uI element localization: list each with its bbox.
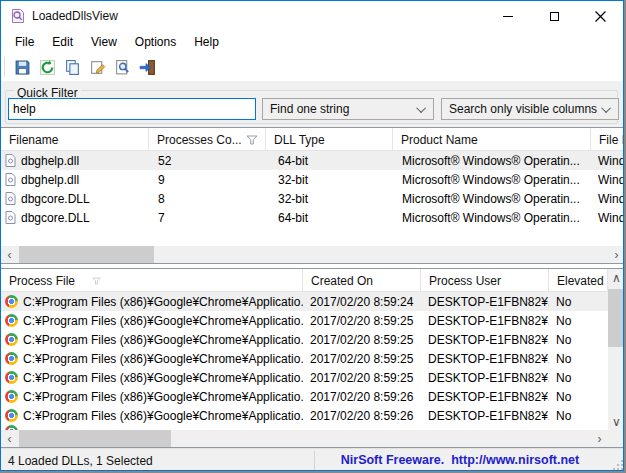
table-row[interactable]: C:¥Program Files (x86)¥Google¥Chrome¥App…: [1, 311, 608, 330]
chrome-icon: [5, 390, 18, 403]
upper-horizontal-scrollbar[interactable]: ‹ ›: [1, 246, 624, 263]
maximize-button[interactable]: [531, 1, 577, 31]
cell-process-file: C:¥Program Files (x86)¥Google¥Chrome¥App…: [23, 314, 303, 328]
table-row[interactable]: dbghelp.dll 52 64-bit Microsoft® Windows…: [1, 151, 624, 170]
cell-elevated: No: [549, 330, 608, 349]
cell-process-file: C:¥Program Files (x86)¥Google¥Chrome¥App…: [23, 333, 303, 347]
cell-elevated: No: [549, 349, 608, 368]
cell-process-file: C:¥Program Files (x86)¥Google¥Chrome¥App…: [23, 352, 303, 366]
table-row[interactable]: C:¥Program Files (x86)¥Google¥Chrome¥App…: [1, 387, 608, 406]
dll-file-icon: [5, 154, 16, 167]
cell-file-description: Windo: [591, 151, 624, 170]
scroll-left-icon[interactable]: ‹: [1, 246, 18, 263]
dll-file-icon: [5, 211, 16, 224]
scroll-right-icon[interactable]: ›: [608, 246, 624, 263]
cell-process-file: C:¥Program Files (x86)¥Google¥Chrome¥App…: [23, 371, 303, 385]
menu-bar: File Edit View Options Help: [1, 31, 623, 53]
app-icon: [10, 8, 26, 24]
cell-processes-count: 9: [149, 170, 266, 189]
scroll-left-icon[interactable]: ‹: [1, 430, 18, 447]
quick-filter-area: Quick Filter Find one string Search only…: [1, 81, 623, 127]
close-button[interactable]: [577, 1, 623, 31]
column-header-processes-count[interactable]: Processes Co...: [149, 128, 266, 150]
column-header-process-user[interactable]: Process User: [421, 269, 549, 291]
exit-button[interactable]: [135, 55, 160, 79]
maximize-icon: [550, 12, 559, 21]
scrollbar-thumb[interactable]: [608, 289, 624, 347]
menu-edit[interactable]: Edit: [43, 32, 82, 52]
filter-input[interactable]: [8, 98, 256, 120]
scroll-right-icon[interactable]: ›: [591, 430, 608, 447]
cell-dll-type: 32-bit: [266, 189, 393, 208]
save-button[interactable]: [10, 55, 35, 79]
cell-created-on: 2017/02/20 8:59:24: [303, 292, 421, 311]
column-header-elevated[interactable]: Elevated: [549, 269, 608, 291]
column-header-filename[interactable]: Filename: [1, 128, 149, 150]
cell-elevated: No: [549, 368, 608, 387]
chrome-icon: [5, 352, 18, 365]
sort-funnel-icon: [92, 277, 101, 285]
find-button[interactable]: [110, 55, 135, 79]
menu-help[interactable]: Help: [185, 32, 228, 52]
dll-file-icon: [5, 173, 16, 186]
window-title: LoadedDllsView: [32, 9, 118, 23]
table-row[interactable]: dbgcore.DLL 8 32-bit Microsoft® Windows®…: [1, 189, 624, 208]
status-count: 4 Loaded DLLs, 1 Selected: [8, 454, 153, 468]
toolbar-separator: [4, 57, 5, 77]
menu-options[interactable]: Options: [126, 32, 185, 52]
copy-button[interactable]: [60, 55, 85, 79]
dll-rows: dbghelp.dll 52 64-bit Microsoft® Windows…: [1, 151, 624, 246]
find-icon: [114, 59, 131, 76]
scrollbar-thumb[interactable]: [19, 430, 171, 447]
refresh-button[interactable]: [35, 55, 60, 79]
table-row[interactable]: C:¥Program Files (x86)¥Google¥Chrome¥App…: [1, 292, 608, 311]
scrollbar-corner: [608, 430, 624, 447]
save-icon: [14, 59, 31, 76]
process-list-header: Process File Created On Process User Ele…: [1, 269, 608, 292]
lower-vertical-scrollbar[interactable]: ∧ ∨: [608, 269, 624, 430]
cell-product-name: Microsoft® Windows® Operatin...: [393, 151, 591, 170]
cell-elevated: No: [549, 406, 608, 425]
window-controls: [485, 1, 623, 31]
column-header-dll-type[interactable]: DLL Type: [266, 128, 393, 150]
cell-filename: dbgcore.DLL: [21, 192, 90, 206]
chrome-icon: [5, 333, 18, 346]
chevron-down-icon: [601, 103, 611, 113]
table-row[interactable]: C:¥Program Files (x86)¥Google¥Chrome¥App…: [1, 330, 608, 349]
scroll-up-icon[interactable]: ∧: [608, 269, 624, 286]
scroll-down-icon[interactable]: ∨: [608, 413, 624, 430]
cell-created-on: 2017/02/20 8:59:26: [303, 406, 421, 425]
menu-view[interactable]: View: [82, 32, 126, 52]
column-header-file-description[interactable]: File D: [591, 128, 624, 150]
app-window: LoadedDllsView File Edit View Options He…: [0, 0, 624, 471]
dll-file-icon: [5, 192, 16, 205]
cell-elevated: No: [549, 311, 608, 330]
table-row[interactable]: C:¥Program Files (x86)¥Google¥Chrome¥App…: [1, 406, 608, 425]
scrollbar-thumb[interactable]: [19, 246, 154, 263]
find-mode-dropdown[interactable]: Find one string: [262, 98, 434, 120]
cell-process-file: C:¥Program Files (x86)¥Google¥Chrome¥App…: [23, 409, 303, 423]
table-row[interactable]: C:¥Program Files (x86)¥Google¥Chrome¥App…: [1, 368, 608, 387]
column-header-created-on[interactable]: Created On: [303, 269, 421, 291]
menu-file[interactable]: File: [6, 32, 43, 52]
refresh-icon: [39, 59, 56, 76]
minimize-button[interactable]: [485, 1, 531, 31]
cell-process-user: DESKTOP-E1FBN82¥...: [421, 330, 549, 349]
table-row[interactable]: dbghelp.dll 9 32-bit Microsoft® Windows®…: [1, 170, 624, 189]
lower-horizontal-scrollbar[interactable]: ‹ ›: [1, 430, 608, 447]
nirsoft-link[interactable]: NirSoft Freeware. http://www.nirsoft.net: [315, 453, 605, 467]
title-bar: LoadedDllsView: [1, 1, 623, 31]
column-header-product-name[interactable]: Product Name: [393, 128, 591, 150]
close-icon: [595, 11, 606, 22]
table-row[interactable]: C:¥Program Files (x86)¥Google¥Chrome¥App…: [1, 349, 608, 368]
resize-grip-icon[interactable]: [612, 459, 624, 471]
properties-button[interactable]: [85, 55, 110, 79]
status-bar: 4 Loaded DLLs, 1 Selected NirSoft Freewa…: [1, 448, 624, 471]
table-row[interactable]: dbgcore.DLL 7 64-bit Microsoft® Windows®…: [1, 208, 624, 227]
cell-processes-count: 52: [149, 151, 266, 170]
search-scope-dropdown[interactable]: Search only visible columns: [441, 98, 619, 120]
cell-process-file: C:¥Program Files (x86)¥Google¥Chrome¥App…: [23, 390, 303, 404]
column-header-process-file[interactable]: Process File: [1, 269, 303, 291]
chevron-down-icon: [416, 103, 426, 113]
toolbar: [1, 53, 623, 81]
